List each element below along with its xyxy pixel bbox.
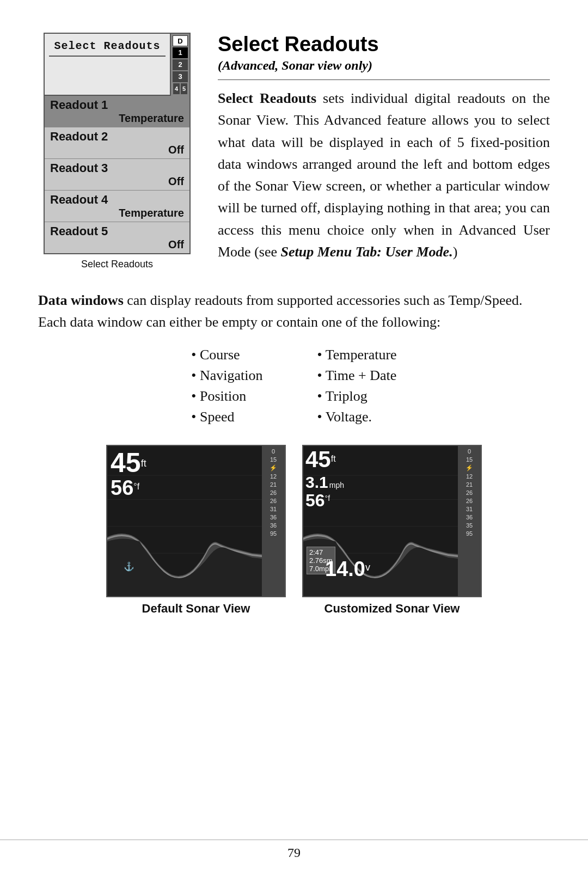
custom-speed-unit: mph	[329, 481, 344, 489]
bullet-col-right: • Temperature • Time + Date • Triplog • …	[317, 347, 397, 425]
top-section: Select Readouts D 1 2 3 4 5	[38, 33, 550, 270]
custom-voltage-unit: v	[365, 561, 370, 572]
right-panel: Select Readouts (Advanced, Sonar view on…	[218, 33, 550, 263]
readout3-label: Readout 3	[50, 161, 184, 175]
nav-item-5[interactable]: 5	[181, 83, 187, 94]
data-windows-text: Data windows can display readouts from s…	[38, 290, 550, 334]
default-depth-unit: ft	[141, 457, 146, 468]
readout1-value: Temperature	[50, 112, 184, 125]
page-number: 79	[287, 846, 301, 860]
custom-temp-value: 56	[305, 491, 325, 510]
custom-ruler: 0 15 ⚡ 12 21 26 26 31 36 35 95	[458, 446, 481, 596]
data-windows-section: Data windows can display readouts from s…	[38, 290, 550, 425]
svg-text:⚓: ⚓	[124, 561, 134, 571]
description-text: Select Readouts sets individual digital …	[218, 88, 550, 263]
bullet-columns: • Course • Navigation • Position • Speed…	[38, 347, 550, 425]
menu-row-4[interactable]: Readout 4 Temperature	[45, 191, 189, 222]
default-depth-value: 45	[111, 448, 141, 478]
nav-item-D[interactable]: D	[173, 35, 188, 46]
readout4-label: Readout 4	[50, 193, 184, 207]
menu-row-3[interactable]: Readout 3 Off	[45, 159, 189, 191]
custom-voltage-display: 14.0v	[325, 558, 370, 581]
custom-temp-unit: °f	[325, 493, 330, 502]
readout4-value: Temperature	[50, 207, 184, 219]
nav-item-3[interactable]: 3	[173, 71, 188, 82]
divider	[218, 79, 550, 80]
bullet-course: • Course	[191, 347, 262, 363]
menu-title: Select Readouts	[49, 36, 166, 57]
left-panel: Select Readouts D 1 2 3 4 5	[38, 33, 196, 270]
bullet-speed: • Speed	[191, 409, 262, 425]
desc-bold-italic: Setup Menu Tab: User Mode.	[281, 244, 453, 260]
custom-voltage-value: 14.0	[325, 558, 365, 580]
custom-time: 2:47	[309, 548, 333, 556]
ruler-mark-0: 0	[272, 448, 275, 455]
default-depth-display: 45ft	[111, 449, 146, 476]
default-temp-display: 56°f	[111, 477, 139, 499]
nav-item-1[interactable]: 1	[173, 47, 188, 58]
default-sonar-caption: Default Sonar View	[142, 602, 250, 616]
readout5-value: Off	[50, 238, 184, 251]
menu-nav-col: D 1 2 3 4 5	[170, 34, 189, 96]
default-temp-value: 56	[111, 476, 133, 499]
bullet-temperature: • Temperature	[317, 347, 397, 363]
page-footer: 79	[0, 840, 588, 860]
default-sonar-image: 45ft 56°f	[106, 445, 286, 597]
custom-depth-display: 45ft	[305, 448, 336, 471]
bullet-navigation: • Navigation	[191, 367, 262, 384]
menu-caption: Select Readouts	[81, 259, 153, 270]
readout2-value: Off	[50, 144, 184, 156]
section-title: Select Readouts	[218, 33, 550, 56]
custom-depth-unit: ft	[331, 454, 336, 463]
nav-item-2[interactable]: 2	[173, 59, 188, 70]
custom-temp-display: 56°f	[305, 492, 330, 510]
default-ruler: 0 15 ⚡ 12 21 26 26 31 36 36 95	[262, 446, 285, 596]
readout1-label: Readout 1	[50, 98, 184, 112]
bullet-triplog: • Triplog	[317, 388, 397, 405]
desc-bold-intro: Select Readouts	[218, 90, 316, 106]
data-windows-bold: Data windows	[38, 292, 124, 308]
custom-ruler-icon: ⚡	[465, 464, 473, 471]
nav-item-4[interactable]: 4	[173, 83, 180, 94]
ruler-mark-15: 15	[270, 456, 277, 463]
custom-sonar-container: 45ft 3.1mph 56°f 2:47 2.76sm 7.0mph	[302, 445, 482, 616]
custom-sonar-image: 45ft 3.1mph 56°f 2:47 2.76sm 7.0mph	[302, 445, 482, 597]
custom-speed-display: 3.1mph	[305, 473, 344, 492]
bullet-voltage: • Voltage.	[317, 409, 397, 425]
custom-sonar-caption: Customized Sonar View	[324, 602, 460, 616]
menu-row-2[interactable]: Readout 2 Off	[45, 127, 189, 159]
desc-closing: )	[453, 244, 458, 260]
desc-intro-suffix: sets individual digital readouts on the …	[218, 90, 550, 260]
custom-depth-value: 45	[305, 446, 331, 472]
bullet-timedate: • Time + Date	[317, 367, 397, 384]
readout2-label: Readout 2	[50, 130, 184, 144]
readout5-label: Readout 5	[50, 224, 184, 238]
menu-row-5[interactable]: Readout 5 Off	[45, 222, 189, 253]
subtitle: (Advanced, Sonar view only)	[218, 58, 550, 73]
bullet-col-left: • Course • Navigation • Position • Speed	[191, 347, 262, 425]
default-sonar-container: 45ft 56°f	[106, 445, 286, 616]
custom-speed-value: 3.1	[305, 473, 328, 492]
bullet-position: • Position	[191, 388, 262, 405]
images-section: 45ft 56°f	[38, 445, 550, 616]
menu-row-1[interactable]: Readout 1 Temperature	[45, 96, 189, 127]
ruler-icon: ⚡	[270, 464, 277, 471]
readout3-value: Off	[50, 175, 184, 188]
default-temp-unit: °f	[133, 481, 139, 491]
menu-box: Select Readouts D 1 2 3 4 5	[44, 33, 191, 254]
